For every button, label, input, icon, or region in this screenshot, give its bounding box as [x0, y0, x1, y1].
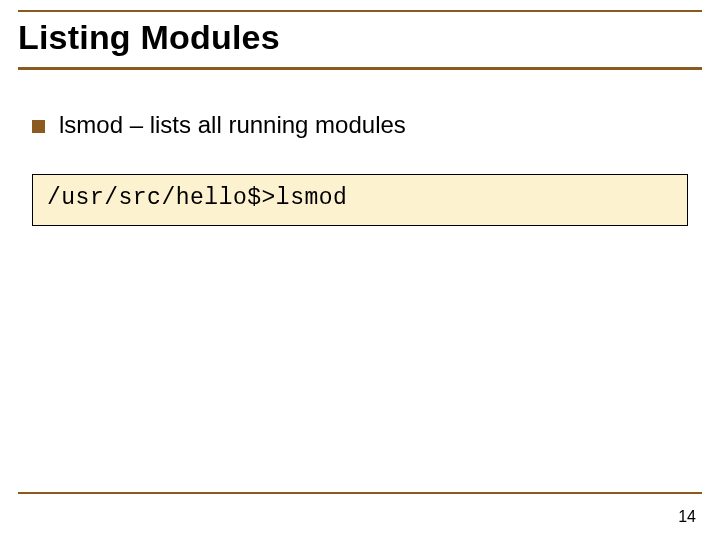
title-block: Listing Modules [18, 10, 702, 70]
slide-body: lsmod – lists all running modules /usr/s… [32, 110, 692, 226]
title-rule-top [18, 10, 702, 12]
bullet-row: lsmod – lists all running modules [32, 110, 692, 140]
code-line: /usr/src/hello$>lsmod [47, 185, 673, 211]
code-box: /usr/src/hello$>lsmod [32, 174, 688, 226]
page-number: 14 [678, 508, 696, 526]
bullet-text: lsmod – lists all running modules [59, 110, 406, 140]
title-rule-bottom [18, 67, 702, 70]
square-bullet-icon [32, 120, 45, 133]
slide-title: Listing Modules [18, 18, 702, 65]
slide: Listing Modules lsmod – lists all runnin… [0, 0, 720, 540]
bottom-rule [18, 492, 702, 494]
